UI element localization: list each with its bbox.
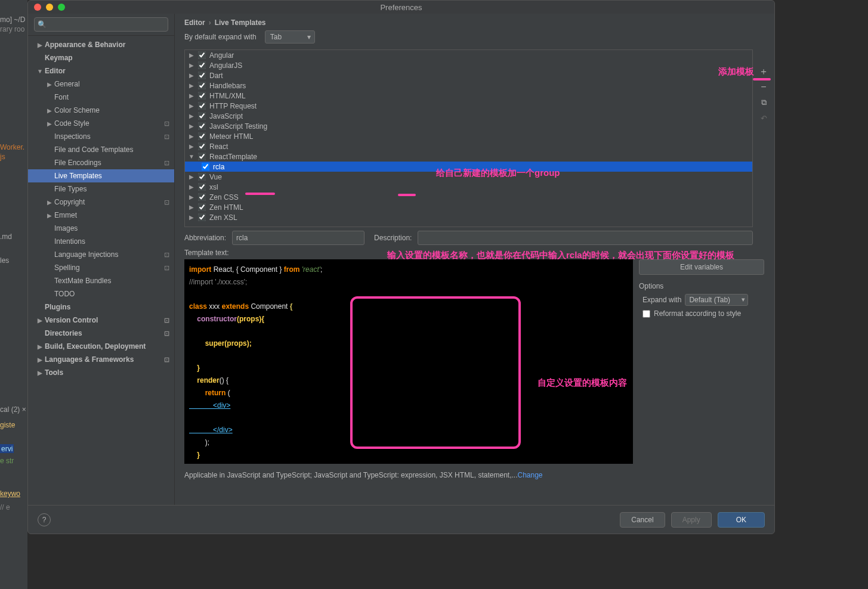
group-label: Angular <box>209 51 234 60</box>
sidebar-item-label: Inspections <box>54 132 91 141</box>
sidebar-item[interactable]: ▶Color Scheme <box>28 104 174 117</box>
template-group[interactable]: ▶AngularJS <box>185 60 752 70</box>
annotation-underline <box>245 193 275 195</box>
sidebar-item-label: Copyright <box>54 198 85 206</box>
project-badge-icon: ⊡ <box>164 330 169 337</box>
add-template-icon[interactable]: ＋ <box>758 66 769 77</box>
templates-tree[interactable]: ▶Angular▶AngularJS▶Dart▶Handlebars▶HTML/… <box>184 49 753 227</box>
sidebar-item[interactable]: Live Templates <box>28 169 174 182</box>
sidebar-item[interactable]: ▶Version Control⊡ <box>28 314 174 327</box>
project-badge-icon: ⊡ <box>164 356 169 364</box>
template-group[interactable]: ▶Meteor HTML <box>185 131 752 141</box>
help-button[interactable]: ? <box>38 513 51 526</box>
annotation: 自定义设置的模板内容 <box>538 377 627 389</box>
group-label: Zen CSS <box>209 193 239 202</box>
apply-button[interactable]: Apply <box>671 512 712 528</box>
sidebar-item[interactable]: ▶Copyright⊡ <box>28 196 174 209</box>
sidebar-item[interactable]: File Types <box>28 182 174 196</box>
template-group[interactable]: ▶React <box>185 141 752 151</box>
sidebar-item[interactable]: Intentions <box>28 235 174 248</box>
remove-template-icon[interactable]: − <box>758 82 769 92</box>
sidebar-item[interactable]: Spelling⊡ <box>28 261 174 274</box>
sidebar-item[interactable]: ▶Languages & Frameworks⊡ <box>28 353 174 366</box>
disclosure-arrow-icon: ▶ <box>189 173 194 180</box>
group-checkbox[interactable] <box>198 193 206 201</box>
edit-variables-button[interactable]: Edit variables <box>639 259 764 275</box>
template-group[interactable]: ▶JavaScript Testing <box>185 121 752 131</box>
group-checkbox[interactable] <box>198 153 206 160</box>
settings-tree[interactable]: ▶Appearance & BehaviorKeymap▼Editor▶Gene… <box>28 36 174 505</box>
group-checkbox[interactable] <box>198 61 206 69</box>
sidebar-item[interactable]: Plugins <box>28 300 174 314</box>
sidebar-item-label: Color Scheme <box>54 106 100 114</box>
sidebar-item[interactable]: ▶Code Style⊡ <box>28 117 174 130</box>
search-input[interactable] <box>34 17 168 32</box>
sidebar-item[interactable]: Inspections⊡ <box>28 130 174 143</box>
group-checkbox[interactable] <box>198 72 206 79</box>
template-group[interactable]: ▶Dart <box>185 70 752 80</box>
abbr-label: Abbreviation: <box>184 234 230 242</box>
disclosure-arrow-icon: ▶ <box>189 92 194 99</box>
group-checkbox[interactable] <box>198 132 206 140</box>
group-checkbox[interactable] <box>198 102 206 110</box>
template-group[interactable]: ▼ReactTemplate <box>185 151 752 162</box>
group-checkbox[interactable] <box>198 142 206 150</box>
group-checkbox[interactable] <box>198 183 206 191</box>
expand-select[interactable]: Tab <box>265 30 315 44</box>
sidebar-item-label: Intentions <box>54 237 85 246</box>
sidebar-item[interactable]: ▼Editor <box>28 64 174 78</box>
disclosure-arrow-icon: ▶ <box>189 184 194 190</box>
change-link[interactable]: Change <box>518 471 543 479</box>
group-label: ReactTemplate <box>209 153 257 161</box>
sidebar-item[interactable]: Images <box>28 222 174 235</box>
group-label: Zen XSL <box>209 213 237 222</box>
sidebar-item[interactable]: Keymap <box>28 51 174 64</box>
sidebar-item[interactable]: ▶Emmet <box>28 209 174 222</box>
template-checkbox[interactable] <box>202 163 209 170</box>
template-group[interactable]: ▶JavaScript <box>185 111 752 121</box>
abbreviation-input[interactable] <box>232 231 365 245</box>
group-checkbox[interactable] <box>198 173 206 181</box>
template-group[interactable]: ▶HTTP Request <box>185 101 752 111</box>
sidebar-item[interactable]: ▶Build, Execution, Deployment <box>28 340 174 353</box>
expand-with-select[interactable]: Default (Tab) <box>685 294 748 306</box>
revert-template-icon[interactable]: ↶ <box>758 113 769 123</box>
sidebar-item-label: Languages & Frameworks <box>45 355 134 364</box>
group-checkbox[interactable] <box>198 203 206 211</box>
group-checkbox[interactable] <box>198 122 206 130</box>
group-checkbox[interactable] <box>198 51 206 59</box>
sidebar-item[interactable]: File and Code Templates <box>28 143 174 156</box>
group-label: Handlebars <box>209 82 246 90</box>
disclosure-arrow-icon: ▶ <box>36 356 44 363</box>
group-checkbox[interactable] <box>198 112 206 120</box>
template-group[interactable]: ▶Zen XSL <box>185 212 752 222</box>
options-label: Options <box>639 278 764 290</box>
template-group[interactable]: ▶xsl <box>185 182 752 192</box>
sidebar-item[interactable]: Directories⊡ <box>28 327 174 340</box>
group-checkbox[interactable] <box>198 92 206 100</box>
template-group[interactable]: ▶HTML/XML <box>185 91 752 101</box>
annotation-box <box>350 296 521 449</box>
sidebar-item[interactable]: Language Injections⊡ <box>28 248 174 261</box>
group-checkbox[interactable] <box>198 213 206 221</box>
sidebar-item[interactable]: File Encodings⊡ <box>28 156 174 169</box>
sidebar-item[interactable]: ▶Appearance & Behavior <box>28 38 174 51</box>
sidebar-item[interactable]: ▶Tools <box>28 366 174 379</box>
behind-text: // e <box>0 503 10 512</box>
copy-template-icon[interactable]: ⧉ <box>758 97 769 108</box>
sidebar-item[interactable]: TODO <box>28 287 174 300</box>
cancel-button[interactable]: Cancel <box>620 512 665 528</box>
description-input[interactable] <box>418 231 753 245</box>
template-group[interactable]: ▶Zen HTML <box>185 202 752 212</box>
sidebar-item[interactable]: Font <box>28 91 174 104</box>
template-group[interactable]: ▶Handlebars <box>185 80 752 91</box>
reformat-checkbox[interactable] <box>642 310 650 318</box>
ok-button[interactable]: OK <box>718 512 765 528</box>
template-group[interactable]: ▶Angular <box>185 50 752 60</box>
group-label: xsl <box>209 183 218 191</box>
sidebar-item-label: Spelling <box>54 264 80 272</box>
group-checkbox[interactable] <box>198 82 206 89</box>
sidebar-item[interactable]: ▶General <box>28 78 174 91</box>
disclosure-arrow-icon: ▶ <box>46 107 53 114</box>
sidebar-item[interactable]: TextMate Bundles <box>28 274 174 287</box>
